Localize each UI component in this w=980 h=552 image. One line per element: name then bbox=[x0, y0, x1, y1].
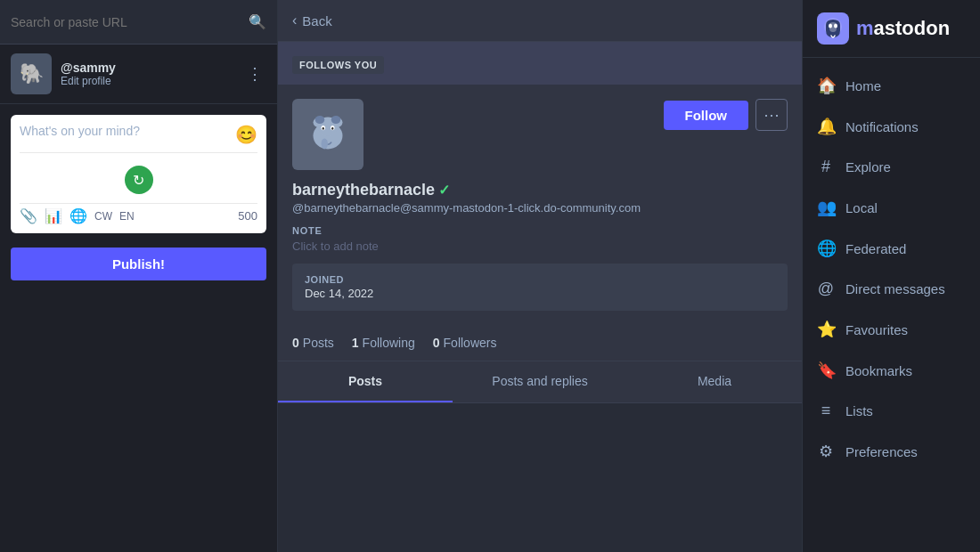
lists-icon: ≡ bbox=[817, 402, 835, 420]
preferences-icon: ⚙ bbox=[817, 442, 835, 461]
following-count: 1 bbox=[352, 336, 359, 350]
globe-button[interactable]: 🌐 bbox=[69, 207, 87, 224]
nav-favourites[interactable]: ⭐ Favourites bbox=[803, 309, 980, 350]
note-input[interactable]: Click to add note bbox=[292, 239, 788, 253]
search-bar: 🔍 bbox=[0, 0, 277, 45]
svg-point-14 bbox=[834, 24, 837, 28]
bookmarks-icon: 🔖 bbox=[817, 361, 835, 380]
svg-point-4 bbox=[315, 116, 325, 124]
back-label: Back bbox=[302, 13, 331, 28]
nav-bookmarks-label: Bookmarks bbox=[845, 363, 912, 378]
notifications-icon: 🔔 bbox=[817, 117, 835, 136]
nav-explore-label: Explore bbox=[845, 159, 891, 175]
svg-point-13 bbox=[829, 24, 832, 28]
posts-label: Posts bbox=[303, 336, 334, 350]
joined-label: JOINED bbox=[305, 274, 775, 285]
publish-button[interactable]: Publish! bbox=[11, 248, 266, 280]
avatar: 🐘 bbox=[11, 53, 52, 94]
followers-label: Followers bbox=[444, 336, 497, 350]
more-options-button[interactable]: ⋯ bbox=[755, 99, 788, 131]
followers-count: 0 bbox=[433, 336, 440, 350]
tab-media[interactable]: Media bbox=[627, 361, 802, 402]
logo-text: mastodon bbox=[856, 17, 950, 40]
svg-point-5 bbox=[331, 116, 341, 124]
attach-button[interactable]: 📎 bbox=[20, 207, 37, 224]
compose-area: What's on your mind? 😊 ↻ 📎 📊 🌐 CW EN 500 bbox=[11, 115, 266, 233]
nav-local-label: Local bbox=[845, 200, 878, 215]
nav-lists[interactable]: ≡ Lists bbox=[803, 391, 980, 431]
profile-row: 🐘 @sammy Edit profile ⋮ bbox=[0, 45, 277, 104]
compose-divider bbox=[20, 152, 257, 153]
refresh-icon: ↻ bbox=[125, 166, 153, 194]
profile-header-bg: FOLLOWS YOU bbox=[278, 42, 802, 85]
note-section: NOTE Click to add note bbox=[292, 225, 788, 253]
posts-stat[interactable]: 0 Posts bbox=[292, 336, 334, 350]
profile-info: @sammy Edit profile bbox=[61, 61, 243, 87]
svg-point-9 bbox=[331, 127, 333, 130]
back-button[interactable]: ‹ Back bbox=[292, 12, 332, 28]
char-count: 500 bbox=[238, 209, 257, 223]
federated-icon: 🌐 bbox=[817, 239, 835, 258]
profile-handle: @sammy bbox=[61, 61, 243, 75]
tab-posts-replies[interactable]: Posts and replies bbox=[453, 361, 627, 402]
nav-favourites-label: Favourites bbox=[845, 322, 908, 337]
nav-preferences-label: Preferences bbox=[845, 444, 918, 459]
nav-preferences[interactable]: ⚙ Preferences bbox=[803, 431, 980, 472]
posts-count: 0 bbox=[292, 336, 299, 350]
compose-placeholder[interactable]: What's on your mind? bbox=[20, 124, 235, 138]
cw-button[interactable]: CW bbox=[94, 210, 112, 223]
tab-posts[interactable]: Posts bbox=[278, 361, 453, 402]
profile-card-top: Follow ⋯ bbox=[292, 99, 788, 170]
profile-actions: Follow ⋯ bbox=[664, 99, 788, 131]
nav-federated-label: Federated bbox=[845, 241, 906, 256]
nav-direct-messages[interactable]: @ Direct messages bbox=[803, 269, 980, 309]
mastodon-logo: mastodon bbox=[803, 0, 980, 58]
back-chevron-icon: ‹ bbox=[292, 12, 297, 28]
poll-button[interactable]: 📊 bbox=[45, 207, 62, 224]
follows-you-badge: FOLLOWS YOU bbox=[292, 56, 384, 74]
user-avatar bbox=[292, 99, 363, 170]
compose-toolbar: 📎 📊 🌐 CW EN 500 bbox=[20, 203, 257, 224]
local-icon: 👥 bbox=[817, 198, 835, 217]
direct-messages-icon: @ bbox=[817, 280, 835, 298]
nav-direct-messages-label: Direct messages bbox=[845, 281, 945, 296]
followers-stat[interactable]: 0 Followers bbox=[433, 336, 497, 350]
profile-card: Follow ⋯ barneythebarnacle ✓ @barneytheb… bbox=[278, 85, 802, 325]
left-panel: 🔍 🐘 @sammy Edit profile ⋮ What's on your… bbox=[0, 0, 278, 552]
compose-top: What's on your mind? 😊 bbox=[20, 124, 257, 145]
profile-tabs: Posts Posts and replies Media bbox=[278, 361, 802, 403]
user-name-text: barneythebarnacle bbox=[292, 181, 435, 199]
nav-bookmarks[interactable]: 🔖 Bookmarks bbox=[803, 350, 980, 391]
joined-date: Dec 14, 2022 bbox=[305, 287, 775, 300]
nav-notifications-label: Notifications bbox=[845, 119, 919, 134]
back-bar: ‹ Back bbox=[278, 0, 802, 42]
following-label: Following bbox=[363, 336, 415, 350]
compose-center: ↻ bbox=[20, 160, 257, 199]
search-icon: 🔍 bbox=[249, 13, 266, 30]
joined-section: JOINED Dec 14, 2022 bbox=[292, 264, 788, 311]
home-icon: 🏠 bbox=[817, 76, 835, 95]
user-name: barneythebarnacle ✓ bbox=[292, 181, 788, 199]
right-panel: mastodon 🏠 Home 🔔 Notifications # Explor… bbox=[802, 0, 980, 552]
stats-row: 0 Posts 1 Following 0 Followers bbox=[278, 325, 802, 361]
profile-menu-button[interactable]: ⋮ bbox=[243, 61, 266, 87]
svg-point-8 bbox=[323, 127, 324, 130]
middle-panel: ‹ Back FOLLOWS YOU bbox=[278, 0, 802, 552]
edit-profile-link[interactable]: Edit profile bbox=[61, 75, 243, 87]
emoji-picker-button[interactable]: 😊 bbox=[235, 124, 257, 145]
explore-icon: # bbox=[817, 158, 835, 176]
nav-lists-label: Lists bbox=[845, 403, 873, 418]
nav-home[interactable]: 🏠 Home bbox=[803, 65, 980, 106]
note-label: NOTE bbox=[292, 225, 788, 236]
verified-icon: ✓ bbox=[438, 182, 450, 199]
nav-explore[interactable]: # Explore bbox=[803, 147, 980, 187]
language-button[interactable]: EN bbox=[119, 210, 135, 223]
nav-items: 🏠 Home 🔔 Notifications # Explore 👥 Local… bbox=[803, 58, 980, 552]
search-input[interactable] bbox=[11, 15, 249, 29]
following-stat[interactable]: 1 Following bbox=[352, 336, 415, 350]
follow-button[interactable]: Follow bbox=[664, 101, 749, 130]
nav-notifications[interactable]: 🔔 Notifications bbox=[803, 106, 980, 147]
nav-home-label: Home bbox=[845, 78, 881, 93]
nav-federated[interactable]: 🌐 Federated bbox=[803, 228, 980, 269]
nav-local[interactable]: 👥 Local bbox=[803, 187, 980, 228]
